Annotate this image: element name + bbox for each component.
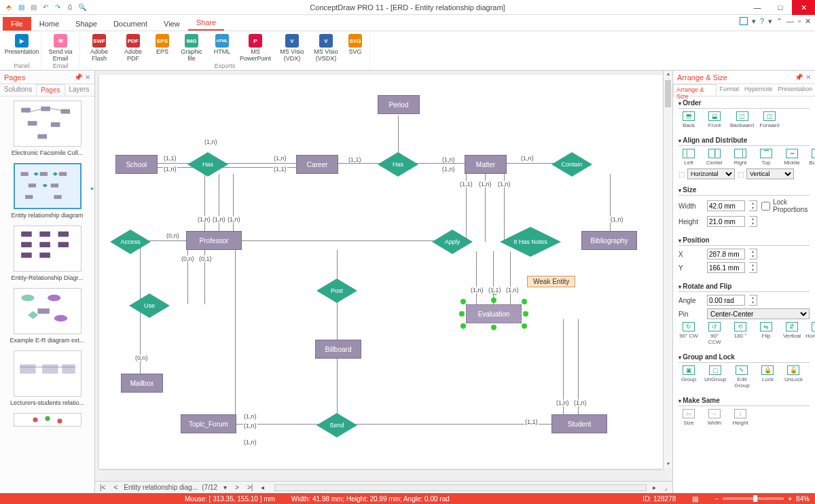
subtab-pages[interactable]: Pages: [36, 84, 65, 96]
qat-preview-icon[interactable]: 🔍: [77, 3, 87, 12]
section-header[interactable]: Align and Distribute: [678, 137, 810, 146]
page-thumb-selected[interactable]: Entity relationship diagram ▸: [4, 163, 90, 219]
close-panel-icon[interactable]: ✕: [85, 73, 90, 81]
entity-topicforum[interactable]: Topic_Forum: [181, 414, 236, 433]
lock-proportions-checkbox[interactable]: Lock Proportions: [761, 198, 786, 213]
align-right-button[interactable]: ▕Right: [730, 149, 750, 166]
y-spinner[interactable]: ▴▾: [749, 262, 757, 273]
store-icon[interactable]: [740, 17, 748, 25]
close-panel-icon[interactable]: ✕: [805, 73, 811, 81]
rel-access[interactable]: Access: [110, 230, 151, 254]
flip-button[interactable]: ⇋Flip: [756, 322, 776, 345]
angle-spinner[interactable]: ▴▾: [749, 295, 757, 306]
align-top-button[interactable]: ▔Top: [756, 149, 776, 166]
thumb-menu-icon[interactable]: ▸: [91, 185, 94, 192]
page-thumb[interactable]: [4, 413, 90, 427]
canvas-scroll[interactable]: Period School Career Matter Professor Bi…: [95, 71, 672, 481]
export-eps-button[interactable]: EPSEPS: [151, 33, 174, 62]
tab-file[interactable]: File: [3, 17, 31, 31]
presentation-button[interactable]: ▶Presentation: [5, 33, 38, 62]
entity-professor[interactable]: Professor: [186, 231, 242, 250]
zoom-slider[interactable]: [723, 497, 784, 500]
width-spinner[interactable]: ▴▾: [749, 200, 757, 211]
export-vsdx-button[interactable]: VMS Visio (VSDX): [310, 33, 342, 62]
tab-shape[interactable]: Shape: [67, 17, 105, 31]
help-icon[interactable]: ?: [760, 17, 764, 26]
rel-has2[interactable]: Has: [378, 152, 418, 177]
x-input[interactable]: [707, 249, 745, 259]
tab-view[interactable]: View: [156, 17, 188, 31]
entity-career[interactable]: Career: [296, 155, 338, 174]
height-spinner[interactable]: ▴▾: [749, 216, 757, 227]
entity-matter[interactable]: Matter: [465, 155, 507, 174]
qat-print-icon[interactable]: ⎙: [65, 3, 75, 12]
group-button[interactable]: ▣Group: [678, 365, 699, 389]
distribute-vert-select[interactable]: Vertical: [746, 168, 794, 179]
dropdown-icon[interactable]: ▾: [752, 17, 756, 26]
maximize-button[interactable]: □: [769, 0, 792, 15]
height-input[interactable]: [707, 216, 745, 227]
entity-student[interactable]: Student: [551, 414, 607, 433]
zoom-value[interactable]: 84%: [796, 495, 810, 503]
pin-icon[interactable]: 📌: [795, 73, 803, 81]
export-ppt-button[interactable]: PMS PowerPoint: [236, 33, 274, 62]
subtab-arrange[interactable]: Arrange & Size: [673, 84, 717, 96]
qat-undo-icon[interactable]: ↶: [41, 3, 50, 12]
angle-input[interactable]: [707, 295, 745, 306]
export-html-button[interactable]: HTMLHTML: [209, 33, 235, 62]
status-layers-icon[interactable]: ▤: [692, 495, 698, 503]
zoom-in-button[interactable]: +: [788, 495, 792, 503]
align-bottom-button[interactable]: ▁Bottom: [808, 149, 815, 166]
sheet-dropdown[interactable]: ▾: [221, 484, 229, 491]
same-height-button[interactable]: ↕Height: [730, 409, 750, 426]
align-middle-button[interactable]: ━Middle: [782, 149, 802, 166]
tab-home[interactable]: Home: [31, 17, 67, 31]
sheet-nav-next[interactable]: >: [233, 484, 241, 491]
entity-period[interactable]: Period: [378, 95, 420, 114]
align-left-button[interactable]: ▏Left: [678, 149, 699, 166]
mdi-max-icon[interactable]: ▫: [798, 17, 801, 26]
subtab-layers[interactable]: Layers: [65, 84, 94, 96]
rel-post[interactable]: Post: [316, 278, 357, 303]
pin-select[interactable]: Center-Center: [707, 308, 810, 319]
mdi-min-icon[interactable]: —: [786, 17, 794, 26]
entity-mailbox[interactable]: Mailbox: [121, 374, 163, 393]
section-header[interactable]: Order: [678, 99, 810, 109]
page-thumb[interactable]: Lecturers-students relatio...: [4, 350, 90, 406]
width-input[interactable]: [707, 200, 745, 211]
zoom-out-button[interactable]: −: [714, 495, 719, 503]
sheet-nav-last[interactable]: >|: [245, 484, 255, 491]
sheet-nav-prev[interactable]: <: [111, 484, 120, 491]
entity-billboard[interactable]: Billboard: [315, 340, 361, 359]
unlock-button[interactable]: 🔓UnLock: [783, 365, 803, 389]
section-header[interactable]: Rotate and Flip: [678, 283, 810, 292]
rel-send[interactable]: Send: [316, 413, 357, 437]
distribute-horiz-select[interactable]: Horizontal: [687, 168, 735, 179]
rel-ithasnotes[interactable]: It Has Notes: [500, 227, 561, 257]
caret-icon[interactable]: ▾: [768, 17, 772, 26]
collapse-ribbon-icon[interactable]: ⌃: [776, 17, 782, 26]
sheet-name[interactable]: Entity relationship diag...: [124, 484, 198, 491]
scroll-down-icon[interactable]: ▾: [664, 461, 672, 469]
rel-apply[interactable]: Apply: [432, 230, 473, 254]
ungroup-button[interactable]: ▢UnGroup: [704, 365, 726, 389]
section-header[interactable]: Size: [678, 186, 810, 196]
export-vdx-button[interactable]: VMS Visio (VDX): [276, 33, 308, 62]
same-size-button[interactable]: ▭Size: [678, 409, 699, 426]
flip-vert-button[interactable]: ⇵Vertical: [782, 322, 802, 345]
scroll-up-icon[interactable]: ▴: [664, 71, 672, 79]
subtab-format[interactable]: Format: [717, 84, 742, 96]
qat-icon[interactable]: ⬘: [4, 3, 14, 12]
vertical-scrollbar[interactable]: ▴ ▾: [663, 71, 672, 469]
close-button[interactable]: ✕: [792, 0, 815, 15]
rel-contain[interactable]: Contain: [551, 152, 592, 177]
align-center-button[interactable]: ┃Center: [704, 149, 725, 166]
resize-grip-icon[interactable]: ⌟: [662, 484, 670, 491]
pin-icon[interactable]: 📌: [74, 73, 82, 81]
rotate-ccw-button[interactable]: ↺90° CCW: [704, 322, 725, 345]
rotate-180-button[interactable]: ⟲180 °: [730, 322, 750, 345]
order-front-button[interactable]: ⬓Front: [704, 111, 725, 128]
tab-share[interactable]: Share: [188, 16, 224, 31]
export-pdf-button[interactable]: PDFAdobe PDF: [117, 33, 149, 62]
page-thumb[interactable]: Electronic Facsimile Coll...: [4, 101, 90, 156]
